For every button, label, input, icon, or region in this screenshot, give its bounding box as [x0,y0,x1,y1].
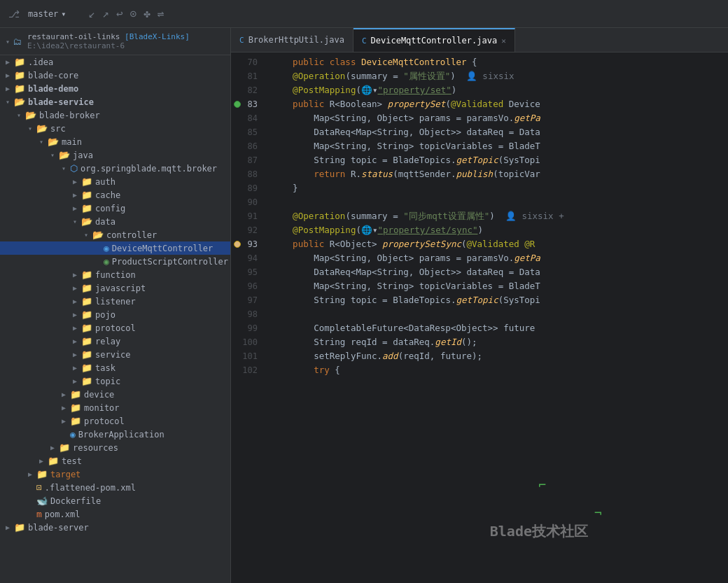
tab-device-icon: C [362,36,367,45]
cache-arrow: ▶ [73,191,81,199]
tree-item-dockerfile[interactable]: ▶ 🐋 Dockerfile [0,494,230,507]
tree-item-resources[interactable]: ▶ 📁 resources [0,441,230,454]
tree-item-controller[interactable]: ▾ 📂 controller [0,228,230,241]
tree-item-target[interactable]: ▶ 📁 target [0,468,230,481]
src-arrow: ▾ [28,125,36,132]
service-label: service [95,350,131,360]
tree-item-task[interactable]: ▶ 📁 task [0,361,230,374]
code-line-81: 81 @Operation(summary = "属性设置") 👤 sixsix [231,69,728,83]
tree-item-protocol[interactable]: ▶ 📁 protocol [0,321,230,335]
function-arrow: ▶ [73,271,81,279]
code-content-81: @Operation(summary = "属性设置") 👤 sixsix [266,69,728,83]
code-content-93: public R<Object> propertySetSync(@Valida… [266,237,728,251]
code-line-89: 89 } [231,181,728,195]
tree-item-java[interactable]: ▾ 📂 java [0,148,230,162]
java-label: java [73,150,93,160]
tree-item-src[interactable]: ▾ 📂 src [0,122,230,135]
monitor-arrow: ▶ [62,404,70,412]
tree-item-org-pkg[interactable]: ▾ ⬡ org.springblade.mqtt.broker [0,162,230,175]
main-arrow: ▾ [39,138,48,146]
auth-icon: 📁 [81,176,92,187]
blade-demo-label: blade-demo [28,84,78,94]
tree-item-broker-app[interactable]: ▶ ◉ BrokerApplication [0,428,230,441]
gutter-88: 88 [231,167,266,181]
src-label: src [50,124,66,134]
protocol2-icon: 📁 [70,416,81,426]
tree-item-idea[interactable]: ▶ 📁 .idea [0,55,230,69]
blade-service-icon: 📂 [14,97,25,107]
gutter-85: 85 [231,125,266,139]
tree-item-cache[interactable]: ▶ 📁 cache [0,188,230,202]
tree-item-service[interactable]: ▶ 📁 service [0,348,230,361]
tree-item-main[interactable]: ▾ 📂 main [0,135,230,148]
tree-item-product-controller[interactable]: ▶ ◉ ProductScriptController [0,255,230,268]
code-editor[interactable]: 70 public class DeviceMqttController { 8… [231,52,728,583]
merge-icon[interactable]: ✤ [144,7,150,20]
gutter-94: 94 [231,251,266,265]
tree-item-blade-service[interactable]: ▾ 📂 blade-service [0,95,230,108]
tree-item-blade-broker[interactable]: ▾ 📂 blade-broker [0,108,230,122]
tree-item-javascript[interactable]: ▶ 📁 javascript [0,281,230,295]
main-icon: 📂 [48,136,59,147]
service-icon: 📁 [81,349,92,360]
code-line-86: 86 Map<String, String> topicVariables = … [231,139,728,153]
arrow-left-down-icon[interactable]: ↙ [89,7,96,20]
branch-selector[interactable]: master ▾ [28,9,66,19]
tree-item-pojo[interactable]: ▶ 📁 pojo [0,308,230,321]
blade-service-arrow: ▾ [6,98,14,106]
code-content-102: try { [266,363,728,377]
history-icon[interactable]: ⊙ [130,7,137,20]
code-content-90 [266,195,728,209]
tree-item-test[interactable]: ▶ 📁 test [0,454,230,468]
code-content-88: return R.status(mqttSender.publish(topic… [266,167,728,181]
tree-item-protocol2[interactable]: ▶ 📁 protocol [0,414,230,428]
task-icon: 📁 [81,363,92,373]
tree-item-monitor[interactable]: ▶ 📁 monitor [0,401,230,414]
tab-close-icon[interactable]: ✕ [501,36,506,45]
code-content-85: DataReq<Map<String, Object>> dataReq = D… [266,125,728,139]
tree-item-device-controller[interactable]: ▶ ◉ DeviceMqttController [0,241,230,255]
toolbar: ⎇ master ▾ ↙ ↗ ↩ ⊙ ✤ ⇌ [0,0,728,28]
tree-item-auth[interactable]: ▶ 📁 auth [0,175,230,188]
tree-item-blade-core[interactable]: ▶ 📁 blade-core [0,69,230,82]
device-icon: 📁 [70,389,81,400]
blade-core-label: blade-core [28,71,78,80]
topic-icon: 📁 [81,376,92,386]
git-icon: ⎇ [8,8,20,20]
tree-item-listener[interactable]: ▶ 📁 listener [0,295,230,308]
controller-icon: 📂 [92,230,104,240]
tree-item-data[interactable]: ▾ 📂 data [0,215,230,228]
src-icon: 📂 [36,123,48,134]
topic-label: topic [95,377,120,386]
data-label: data [95,217,115,227]
tree-item-blade-server[interactable]: ▶ 📁 blade-server [0,521,230,534]
code-line-95: 95 DataReq<Map<String, Object>> dataReq … [231,265,728,279]
flattened-pom-icon: ⊡ [36,482,42,493]
tree-item-pom[interactable]: ▶ m pom.xml [0,507,230,521]
code-line-101: 101 setReplyFunc.add(reqId, future); [231,349,728,363]
service-arrow: ▶ [73,351,81,358]
code-content-96: Map<String, String> topicVariables = Bla… [266,279,728,293]
gutter-dot-93 [234,241,241,248]
java-folder-icon: 📂 [59,150,70,160]
idea-folder-icon: 📁 [14,57,25,67]
tree-item-config[interactable]: ▶ 📁 config [0,202,230,215]
tree-item-flattened-pom[interactable]: ▶ ⊡ .flattened-pom.xml [0,481,230,494]
gutter-99: 99 [231,321,266,335]
tree-item-blade-demo[interactable]: ▶ 📁 blade-demo [0,82,230,95]
auth-label: auth [95,177,115,187]
transfer-icon[interactable]: ⇌ [158,7,164,20]
tab-broker-http[interactable]: C BrokerHttpUtil.java [231,28,354,52]
tree-item-function[interactable]: ▶ 📁 function [0,268,230,281]
tree-item-device[interactable]: ▶ 📁 device [0,388,230,401]
blade-demo-arrow: ▶ [6,85,14,92]
blade-server-label: blade-server [28,523,89,533]
arrow-right-up-icon[interactable]: ↗ [102,7,109,20]
tree-item-relay[interactable]: ▶ 📁 relay [0,335,230,348]
project-header[interactable]: ▾ 🗂 restaurant-oil-links [BladeX-Links] … [0,28,230,55]
tab-device-controller[interactable]: C DeviceMqttController.java ✕ [354,28,515,52]
undo-icon[interactable]: ↩ [116,7,123,20]
javascript-label: javascript [95,283,146,293]
tree-item-topic[interactable]: ▶ 📁 topic [0,374,230,388]
resources-icon: 📁 [59,442,70,453]
